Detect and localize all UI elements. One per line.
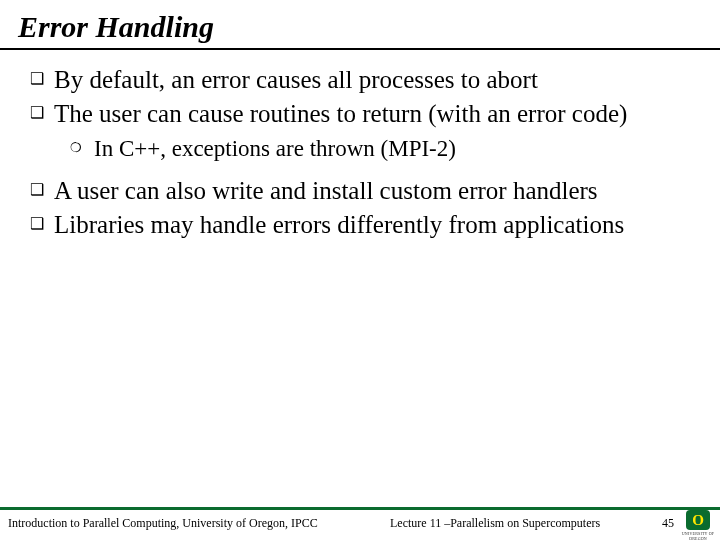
slide-content: ❑ By default, an error causes all proces… <box>0 50 720 241</box>
sub-bullet-item: ❍ In C++, exceptions are thrown (MPI-2) <box>70 134 704 163</box>
slide-title: Error Handling <box>0 0 720 48</box>
sub-bullet-text: In C++, exceptions are thrown (MPI-2) <box>94 134 704 163</box>
square-bullet-icon: ❑ <box>30 98 54 130</box>
bullet-text: A user can also write and install custom… <box>54 175 704 207</box>
page-number: 45 <box>662 516 674 531</box>
university-logo: O UNIVERSITY OF OREGON <box>680 510 716 540</box>
bullet-text: The user can cause routines to return (w… <box>54 98 704 130</box>
footer-bar: Introduction to Parallel Computing, Univ… <box>0 510 720 540</box>
bullet-item: ❑ The user can cause routines to return … <box>30 98 704 130</box>
bullet-item: ❑ By default, an error causes all proces… <box>30 64 704 96</box>
footer-left-text: Introduction to Parallel Computing, Univ… <box>8 516 318 531</box>
bullet-text: By default, an error causes all processe… <box>54 64 704 96</box>
circle-bullet-icon: ❍ <box>70 134 94 163</box>
square-bullet-icon: ❑ <box>30 209 54 241</box>
logo-o-icon: O <box>686 510 710 530</box>
slide: Error Handling ❑ By default, an error ca… <box>0 0 720 540</box>
footer: Introduction to Parallel Computing, Univ… <box>0 507 720 540</box>
square-bullet-icon: ❑ <box>30 175 54 207</box>
square-bullet-icon: ❑ <box>30 64 54 96</box>
bullet-text: Libraries may handle errors differently … <box>54 209 704 241</box>
footer-center-text: Lecture 11 –Parallelism on Supercomputer… <box>390 516 600 531</box>
bullet-item: ❑ A user can also write and install cust… <box>30 175 704 207</box>
logo-caption: UNIVERSITY OF OREGON <box>680 531 716 540</box>
bullet-item: ❑ Libraries may handle errors differentl… <box>30 209 704 241</box>
